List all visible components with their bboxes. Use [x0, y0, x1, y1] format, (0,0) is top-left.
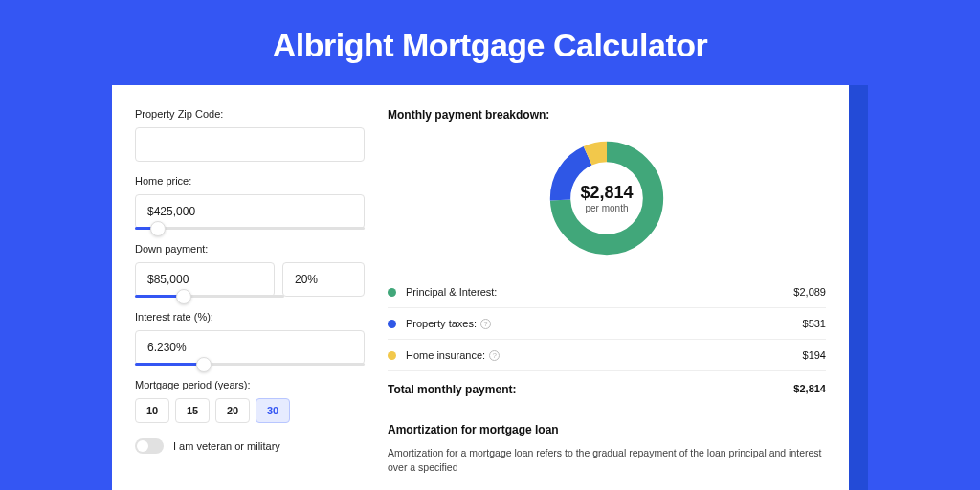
- veteran-row: I am veteran or military: [135, 438, 365, 454]
- legend-dot-insurance: [388, 351, 396, 360]
- interest-rate-slider[interactable]: [135, 363, 365, 366]
- info-icon[interactable]: ?: [489, 350, 500, 361]
- period-field: Mortgage period (years): 10 15 20 30: [135, 379, 365, 423]
- period-label: Mortgage period (years):: [135, 379, 365, 390]
- legend-value-principal: $2,089: [793, 286, 826, 298]
- panel-shadow: Property Zip Code: Home price: Down paym…: [112, 85, 868, 490]
- slider-thumb[interactable]: [176, 289, 191, 304]
- total-value: $2,814: [793, 383, 826, 396]
- breakdown-column: Monthly payment breakdown: $2,814 per mo…: [388, 108, 826, 475]
- legend-label-insurance: Home insurance: ?: [406, 349, 803, 361]
- calculator-panel: Property Zip Code: Home price: Down paym…: [112, 85, 849, 490]
- home-price-field: Home price:: [135, 175, 365, 230]
- home-price-input[interactable]: [135, 194, 365, 229]
- legend-value-taxes: $531: [803, 318, 826, 329]
- legend-row-insurance: Home insurance: ? $194: [388, 340, 826, 371]
- legend-text: Property taxes:: [406, 318, 477, 329]
- donut-wrap: $2,814 per month: [388, 137, 826, 259]
- period-option-30[interactable]: 30: [256, 398, 290, 423]
- amortization-title: Amortization for mortgage loan: [388, 423, 826, 436]
- legend-value-insurance: $194: [803, 349, 826, 361]
- period-option-10[interactable]: 10: [135, 398, 169, 423]
- down-payment-slider[interactable]: [135, 295, 284, 298]
- total-label: Total monthly payment:: [388, 383, 793, 396]
- period-option-20[interactable]: 20: [215, 398, 250, 423]
- donut-center: $2,814 per month: [546, 137, 668, 259]
- legend-text: Principal & Interest:: [406, 286, 497, 298]
- page-title: Albright Mortgage Calculator: [0, 0, 980, 85]
- interest-rate-input[interactable]: [135, 330, 365, 365]
- legend-dot-taxes: [388, 320, 396, 328]
- slider-thumb[interactable]: [150, 221, 166, 236]
- veteran-toggle[interactable]: [135, 438, 164, 454]
- down-payment-field: Down payment:: [135, 243, 365, 298]
- legend-dot-principal: [388, 288, 396, 297]
- period-options: 10 15 20 30: [135, 398, 365, 423]
- slider-thumb[interactable]: [196, 357, 212, 372]
- total-row: Total monthly payment: $2,814: [388, 371, 826, 410]
- toggle-knob: [137, 440, 148, 452]
- legend-text: Home insurance:: [406, 349, 485, 361]
- veteran-label: I am veteran or military: [173, 440, 280, 452]
- donut-amount: $2,814: [580, 183, 633, 203]
- legend-label-taxes: Property taxes: ?: [406, 318, 803, 329]
- payment-donut-chart: $2,814 per month: [546, 137, 668, 259]
- down-payment-percent-input[interactable]: [282, 262, 365, 297]
- home-price-slider[interactable]: [135, 227, 365, 230]
- period-option-15[interactable]: 15: [175, 398, 210, 423]
- home-price-label: Home price:: [135, 175, 365, 187]
- interest-rate-label: Interest rate (%):: [135, 311, 365, 323]
- info-icon[interactable]: ?: [480, 319, 491, 329]
- legend-row-principal: Principal & Interest: $2,089: [388, 277, 826, 308]
- donut-sub: per month: [585, 203, 628, 213]
- inputs-column: Property Zip Code: Home price: Down paym…: [135, 108, 365, 475]
- zip-label: Property Zip Code:: [135, 108, 365, 120]
- zip-field: Property Zip Code:: [135, 108, 365, 162]
- down-payment-amount-input[interactable]: [135, 262, 275, 297]
- legend-label-principal: Principal & Interest:: [406, 286, 793, 298]
- interest-rate-field: Interest rate (%):: [135, 311, 365, 366]
- amortization-text: Amortization for a mortgage loan refers …: [388, 446, 826, 475]
- down-payment-label: Down payment:: [135, 243, 365, 255]
- slider-fill: [135, 363, 204, 366]
- breakdown-title: Monthly payment breakdown:: [388, 108, 826, 122]
- zip-input[interactable]: [135, 127, 365, 162]
- legend-row-taxes: Property taxes: ? $531: [388, 308, 826, 340]
